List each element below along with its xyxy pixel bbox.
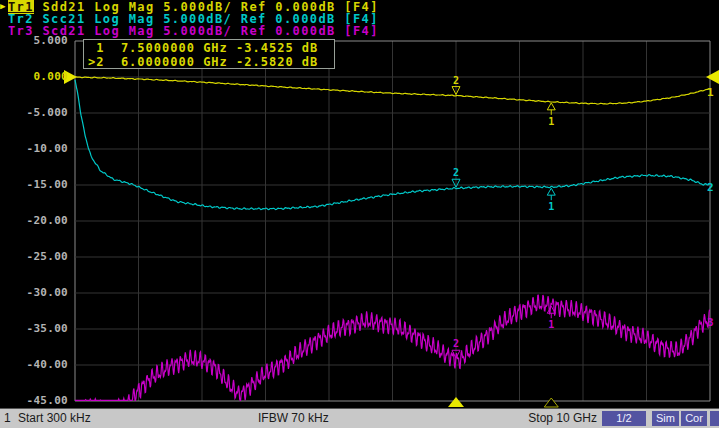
marker-1-glyph[interactable]: 1 — [547, 188, 555, 212]
y-axis-label: 0.000 — [0, 71, 68, 83]
y-axis-label: -20.00 — [0, 215, 68, 227]
channel-indicator: 1 — [4, 411, 11, 425]
status-bar: 1 Start 300 kHz IFBW 70 kHz Stop 10 GHz … — [0, 408, 719, 428]
marker-readout-line-2: >2 6.0000000 GHz -2.5820 dB — [88, 55, 330, 69]
trace-number-label: 3 — [707, 316, 714, 329]
cor-badge: Cor — [681, 411, 707, 426]
ifbw-label: IFBW 70 kHz — [258, 411, 329, 425]
y-axis-label: -45.00 — [0, 395, 68, 407]
start-frequency-label: Start 300 kHz — [18, 411, 91, 425]
y-axis-label: -40.00 — [0, 359, 68, 371]
svg-text:2: 2 — [453, 75, 459, 86]
y-axis-label: -15.00 — [0, 179, 68, 191]
page-indicator-badge[interactable]: 1/2 — [602, 411, 646, 426]
svg-text:2: 2 — [453, 338, 459, 349]
badge-fragment — [710, 411, 719, 426]
y-axis-label: -5.000 — [0, 107, 68, 119]
trace-number-label: 1 — [707, 86, 714, 99]
marker-stimulus-triangle-active[interactable] — [448, 397, 464, 407]
y-axis-label: -10.00 — [0, 143, 68, 155]
vna-screen: 321121212 ▶ Tr1 Sdd21 Log Mag 5.000dB/ R… — [0, 0, 719, 428]
svg-text:2: 2 — [453, 167, 459, 178]
y-axis-label: -35.00 — [0, 323, 68, 335]
stop-frequency-label: Stop 10 GHz — [497, 411, 597, 425]
y-axis-label: -25.00 — [0, 251, 68, 263]
marker-1-glyph[interactable]: 1 — [547, 103, 555, 127]
sim-badge: Sim — [652, 411, 679, 426]
trace-number-label: 2 — [707, 181, 714, 194]
y-axis-label: 5.000 — [0, 35, 68, 47]
marker-stimulus-triangle[interactable] — [544, 398, 558, 407]
svg-text:1: 1 — [548, 319, 554, 330]
trace-legend-text: Scd21 Log Mag 5.000dB/ Ref 0.000dB [F4] — [34, 24, 379, 38]
svg-text:1: 1 — [548, 116, 554, 127]
marker-readout-line-1: 1 7.5000000 GHz -3.4525 dB — [88, 41, 330, 55]
y-axis-label: -30.00 — [0, 287, 68, 299]
ref-level-triangle-right — [706, 70, 719, 84]
graticule — [75, 41, 710, 401]
svg-text:1: 1 — [548, 201, 554, 212]
marker-readout-box: 1 7.5000000 GHz -3.4525 dB >2 6.0000000 … — [83, 39, 335, 69]
